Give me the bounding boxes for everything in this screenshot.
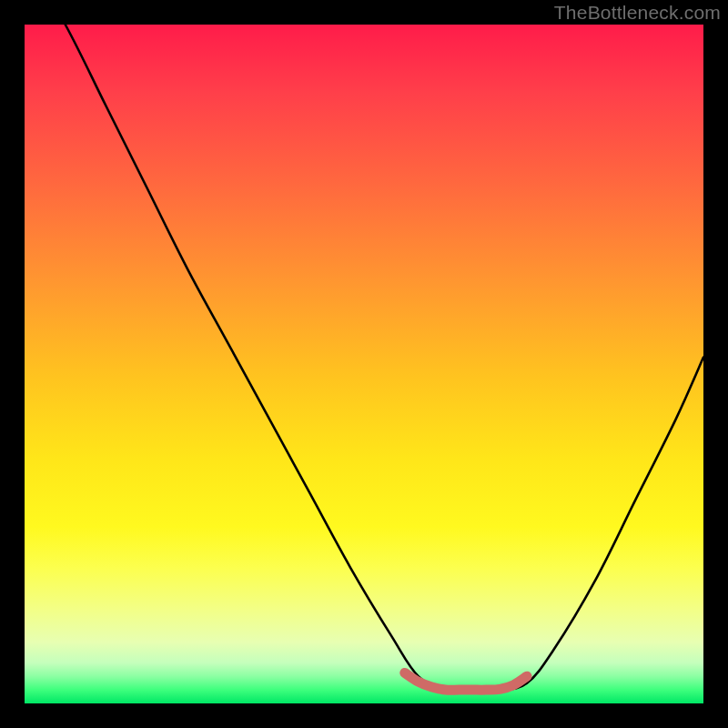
plot-area (25, 25, 703, 703)
chart-frame: TheBottleneck.com (0, 0, 728, 728)
bottleneck-curve (25, 0, 703, 691)
optimal-band (405, 672, 527, 690)
chart-svg (25, 25, 703, 703)
watermark-text: TheBottleneck.com (554, 2, 721, 24)
